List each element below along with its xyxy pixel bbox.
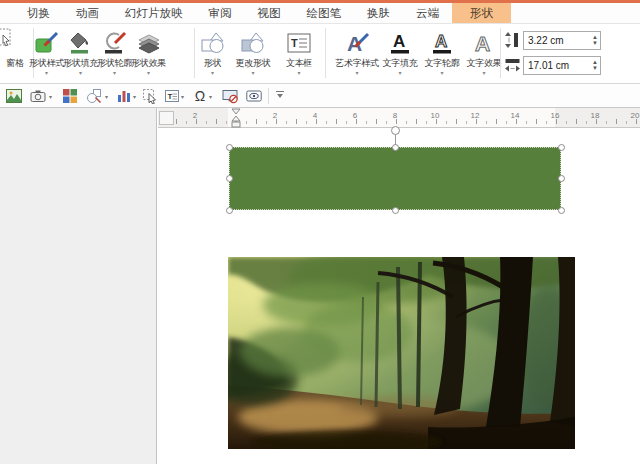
button-label: 形状效果 — [131, 57, 166, 70]
ruler-number: 8 — [393, 111, 397, 120]
shape-styles-button[interactable]: 形状样式 ▾ — [29, 26, 64, 82]
resize-handle-bottom-center[interactable] — [392, 207, 399, 214]
chevron-down-icon[interactable]: ▾ — [181, 93, 184, 100]
screenshot-icon[interactable] — [30, 88, 46, 104]
chevron-down-icon[interactable]: ▾ — [63, 70, 98, 77]
presentation-app-window: 切换 动画 幻灯片放映 审阅 视图 绘图笔 换肤 云端 形状 窗格 — [0, 0, 640, 464]
selected-rectangle-shape[interactable] — [229, 147, 561, 210]
shape-outline-icon — [97, 26, 132, 56]
slideshow-icon[interactable] — [222, 88, 238, 104]
resize-handle-top-left[interactable] — [226, 144, 233, 151]
tab-view[interactable]: 视图 — [245, 3, 294, 23]
tab-label: 云端 — [416, 6, 439, 21]
tab-stop-selector[interactable] — [159, 111, 174, 125]
insert-picture-icon[interactable] — [6, 88, 22, 104]
tab-label: 幻灯片放映 — [125, 6, 183, 21]
color-grid-icon[interactable] — [62, 88, 78, 104]
chevron-down-icon[interactable]: ▾ — [421, 70, 463, 77]
shape-height-spinner[interactable]: ▲▼ — [592, 32, 598, 49]
indent-markers[interactable] — [231, 108, 242, 128]
chevron-down-icon[interactable]: ▾ — [49, 93, 52, 100]
tab-animation[interactable]: 动画 — [63, 3, 112, 23]
tab-transition[interactable]: 切换 — [14, 3, 63, 23]
text-fill-button[interactable]: A 文字填充 ▾ — [379, 26, 421, 82]
chevron-down-icon[interactable]: ▾ — [133, 93, 136, 100]
chevron-down-icon[interactable]: ▾ — [209, 93, 212, 100]
wordart-styles-button[interactable]: A 艺术字样式 ▾ — [332, 26, 382, 82]
symbol-omega-icon[interactable]: Ω — [192, 88, 208, 104]
ribbon-separator — [325, 28, 326, 78]
resize-handle-bottom-left[interactable] — [226, 207, 233, 214]
tab-slideshow[interactable]: 幻灯片放映 — [112, 3, 196, 23]
shape-effects-button[interactable]: 形状效果 ▾ — [131, 26, 166, 82]
text-effects-button[interactable]: A 文字效果 ▾ — [463, 26, 505, 82]
chevron-down-icon[interactable]: ▾ — [29, 70, 64, 77]
selection-pane-label: 窗格 — [0, 57, 30, 70]
resize-handle-top-center[interactable] — [392, 144, 399, 151]
tab-label: 切换 — [27, 6, 50, 21]
quick-insert-toolbar: ▾ ▾ ▾ T ▾ Ω — [0, 84, 640, 108]
text-box-icon[interactable]: T — [164, 88, 180, 104]
shape-fill-button[interactable]: 形状填充 ▾ — [63, 26, 98, 82]
ruler-number: 16 — [551, 111, 560, 120]
ribbon-shape-tools: 窗格 形状样式 ▾ 形状填充 — [0, 24, 640, 84]
chevron-down-icon[interactable]: ▾ — [379, 70, 421, 77]
button-label: 文字填充 — [379, 57, 421, 70]
tab-review[interactable]: 审阅 — [196, 3, 245, 23]
tab-label: 换肤 — [367, 6, 390, 21]
chevron-down-icon[interactable]: ▾ — [97, 70, 132, 77]
ruler-number: 14 — [511, 111, 520, 120]
wordart-styles-icon: A — [332, 26, 382, 56]
chevron-down-icon[interactable]: ▾ — [196, 70, 229, 77]
chevron-down-icon[interactable]: ▾ — [231, 70, 275, 77]
shape-effects-icon — [131, 26, 166, 56]
button-label: 艺术字样式 — [332, 57, 382, 70]
more-tools-icon[interactable] — [276, 91, 284, 98]
insert-shape-icon[interactable] — [86, 88, 102, 104]
button-label: 形状填充 — [63, 57, 98, 70]
chevron-down-icon[interactable]: ▾ — [105, 93, 108, 100]
select-cursor-icon[interactable] — [142, 88, 158, 104]
ribbon-separator — [500, 28, 501, 78]
button-label: 文本框 — [277, 57, 321, 70]
tab-skin[interactable]: 换肤 — [354, 3, 403, 23]
text-box-button[interactable]: T 文本框 ▾ — [277, 26, 321, 82]
button-label: 文字效果 — [463, 57, 505, 70]
shape-width-field[interactable]: ▲▼ — [523, 56, 601, 75]
tab-shape-active[interactable]: 形状 — [452, 3, 511, 23]
rotate-handle[interactable] — [391, 126, 400, 135]
insert-chart-icon[interactable] — [116, 88, 132, 104]
chevron-down-icon[interactable]: ▾ — [131, 70, 166, 77]
chevron-down-icon[interactable]: ▾ — [277, 70, 321, 77]
shape-outline-button[interactable]: 形状轮廓 ▾ — [97, 26, 132, 82]
resize-handle-bottom-right[interactable] — [558, 207, 565, 214]
shape-width-spinner[interactable]: ▲▼ — [592, 57, 598, 74]
tab-cloud[interactable]: 云端 — [403, 3, 452, 23]
selection-pane-icon — [0, 28, 13, 50]
resize-handle-top-right[interactable] — [558, 144, 565, 151]
chevron-down-icon[interactable]: ▾ — [463, 70, 505, 77]
ruler-number: 2 — [193, 111, 197, 120]
ribbon-tab-bar: 切换 动画 幻灯片放映 审阅 视图 绘图笔 换肤 云端 形状 — [0, 3, 640, 24]
button-label: 形状 — [196, 57, 229, 70]
ruler-number: 10 — [431, 111, 440, 120]
forest-photo[interactable] — [228, 257, 575, 449]
forest-photo-image — [228, 257, 575, 449]
insert-shape-button[interactable]: 形状 ▾ — [196, 26, 229, 82]
change-shape-button[interactable]: 更改形状 ▾ — [231, 26, 275, 82]
shape-height-input[interactable] — [524, 35, 580, 46]
resize-handle-middle-left[interactable] — [226, 175, 233, 182]
slide-thumbnail-panel[interactable] — [0, 108, 157, 464]
selection-pane-button[interactable]: 窗格 — [0, 26, 30, 82]
shape-width-input[interactable] — [524, 60, 580, 71]
shape-height-field[interactable]: ▲▼ — [523, 31, 601, 50]
ruler-number: 2 — [273, 111, 277, 120]
text-outline-button[interactable]: A 文字轮廓 ▾ — [421, 26, 463, 82]
chevron-down-icon[interactable]: ▾ — [332, 70, 382, 77]
change-shape-icon — [231, 26, 275, 56]
reading-view-icon[interactable] — [246, 88, 262, 104]
resize-handle-middle-right[interactable] — [558, 175, 565, 182]
tab-drawing-pen[interactable]: 绘图笔 — [294, 3, 355, 23]
text-outline-icon: A — [421, 26, 463, 56]
shape-fill-icon — [63, 26, 98, 56]
